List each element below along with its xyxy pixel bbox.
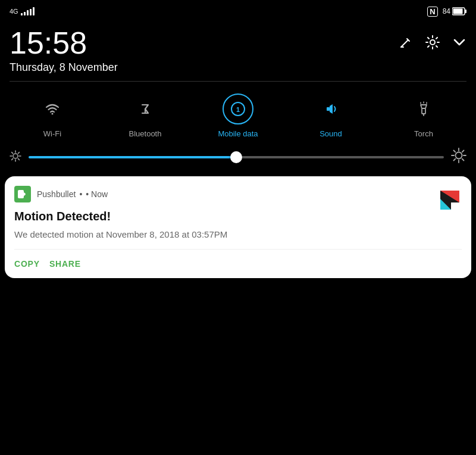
svg-line-3 — [401, 40, 408, 47]
date-display: Thursday, 8 November — [10, 61, 118, 74]
notification-app-info: Pushbullet • • Now — [37, 189, 445, 199]
sound-icon-wrap — [315, 94, 346, 124]
svg-line-31 — [454, 151, 456, 152]
notification-title: Motion Detected! — [14, 210, 462, 223]
svg-rect-2 — [453, 9, 463, 14]
signal-bars — [21, 7, 35, 15]
mobiledata-icon: 1 — [229, 100, 247, 118]
notification-thumbnail — [428, 186, 462, 219]
copy-button[interactable]: COPY — [14, 257, 40, 271]
sound-icon — [322, 100, 340, 118]
svg-line-33 — [454, 159, 456, 161]
slider-track-empty — [236, 156, 444, 158]
signal-bar-2 — [24, 12, 26, 15]
signal-bar-5 — [33, 7, 35, 15]
header-icons — [399, 35, 466, 54]
svg-text:1: 1 — [236, 106, 240, 113]
torch-icon-wrap — [408, 94, 439, 124]
tile-wifi[interactable]: Wi-Fi — [29, 94, 76, 138]
brightness-high-icon — [451, 148, 466, 167]
share-button[interactable]: SHARE — [49, 257, 81, 271]
notification-card: Pushbullet • • Now Motion Detected! We d… — [5, 176, 471, 278]
expand-icon[interactable] — [452, 35, 466, 53]
svg-point-6 — [430, 40, 435, 45]
notification-header: Pushbullet • • Now — [14, 186, 462, 202]
time-display: 15:58 — [10, 26, 118, 60]
tile-sound[interactable]: Sound — [307, 94, 355, 138]
svg-point-26 — [456, 152, 462, 159]
pushbullet-logo — [14, 186, 31, 202]
battery-icon — [452, 7, 466, 15]
brightness-low-icon — [10, 150, 21, 165]
svg-line-24 — [12, 158, 13, 160]
brightness-slider[interactable] — [29, 156, 444, 158]
notification-time: • Now — [86, 189, 108, 199]
torch-icon — [415, 100, 433, 118]
time-date: 15:58 Thursday, 8 November — [10, 26, 118, 74]
time-section: 15:58 Thursday, 8 November — [0, 21, 476, 81]
bluetooth-icon-wrap — [130, 94, 161, 124]
svg-rect-11 — [327, 107, 330, 111]
battery-level: 84 — [443, 7, 450, 15]
svg-rect-12 — [422, 108, 425, 114]
dot-separator: • — [79, 189, 82, 199]
quick-settings: Wi-Fi Bluetooth 1 Mobile data — [0, 82, 476, 145]
slider-track-filled — [29, 156, 236, 158]
svg-line-34 — [462, 151, 464, 152]
tile-mobiledata[interactable]: 1 Mobile data — [214, 94, 262, 138]
sound-label: Sound — [320, 129, 342, 138]
settings-icon[interactable] — [425, 35, 440, 54]
bottom-area — [0, 278, 476, 326]
svg-point-7 — [52, 113, 54, 115]
notification-actions: COPY SHARE — [14, 249, 462, 278]
status-bar: 4G N 84 — [0, 0, 476, 21]
svg-line-22 — [12, 152, 13, 153]
notification-body: We detected motion at November 8, 2018 a… — [14, 228, 462, 241]
svg-point-17 — [13, 154, 18, 158]
tile-bluetooth[interactable]: Bluetooth — [121, 94, 169, 138]
wifi-icon-wrap — [37, 94, 68, 124]
wifi-label: Wi-Fi — [43, 129, 61, 138]
bluetooth-label: Bluetooth — [129, 129, 162, 138]
carrier-label: 4G — [10, 8, 18, 15]
svg-line-25 — [18, 152, 19, 153]
signal-bar-3 — [27, 10, 29, 15]
slider-thumb[interactable] — [230, 151, 242, 163]
tile-torch[interactable]: Torch — [400, 94, 447, 138]
bluetooth-icon — [136, 100, 154, 118]
edit-icon[interactable] — [399, 35, 413, 53]
mobiledata-icon-wrap: 1 — [223, 94, 253, 124]
status-left: 4G — [10, 7, 35, 15]
signal-bar-4 — [30, 9, 32, 15]
battery-container: 84 — [443, 7, 466, 15]
svg-line-23 — [18, 158, 19, 160]
torch-label: Torch — [414, 129, 433, 138]
brightness-row — [0, 145, 476, 176]
svg-line-32 — [462, 159, 464, 161]
app-name: Pushbullet — [37, 189, 76, 199]
wifi-icon — [43, 100, 61, 118]
status-right: N 84 — [427, 7, 466, 17]
svg-rect-40 — [18, 190, 24, 198]
signal-bar-1 — [21, 13, 23, 15]
svg-rect-39 — [451, 202, 459, 210]
nfc-icon: N — [427, 7, 437, 17]
mobiledata-label: Mobile data — [218, 129, 258, 138]
svg-rect-1 — [465, 10, 467, 13]
